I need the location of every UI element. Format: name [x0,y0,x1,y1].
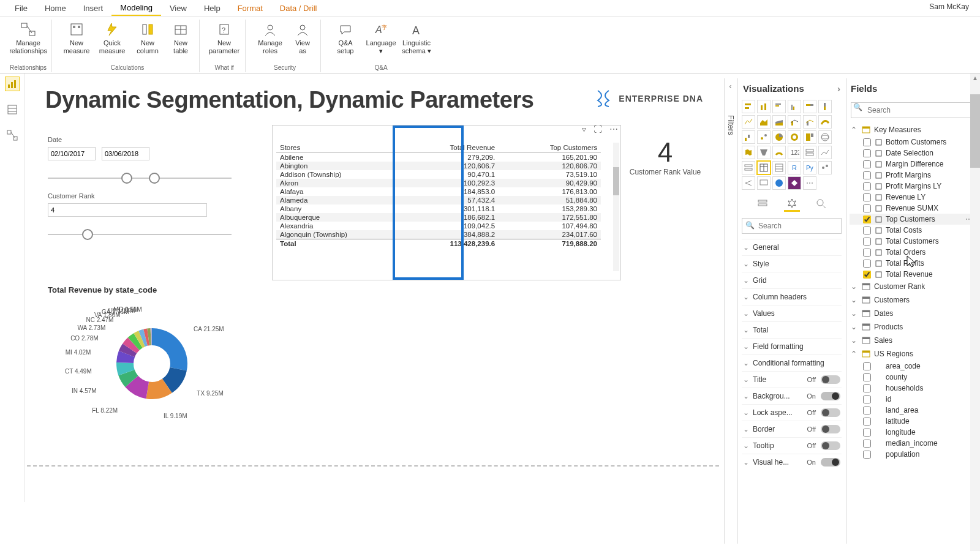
field-total-profits[interactable]: Total Profits [850,258,975,269]
viz-collapse-icon[interactable]: › [837,83,840,94]
viz-matrix[interactable] [772,161,786,174]
rank-slicer[interactable]: Customer Rank [48,192,232,245]
viz-stacked-bar[interactable] [742,100,755,113]
menu-home[interactable]: Home [36,1,75,15]
menu-help[interactable]: Help [195,1,229,15]
viz-100-bar[interactable] [803,100,816,113]
table-row[interactable]: Abilene279,209.165,201.90 [276,153,601,162]
format-style[interactable]: ⌄Style [742,255,842,272]
qa-setup-button[interactable]: Q&A setup [330,20,361,64]
viz-card[interactable]: 123 [788,146,801,159]
viz-gauge[interactable] [772,146,786,159]
menu-insert[interactable]: Insert [75,1,112,15]
table-row[interactable]: Addison (Township)90,470.173,519.10 [276,170,601,179]
format-tab-fields[interactable] [755,196,771,212]
new-table-button[interactable]: New table [167,20,194,64]
rank-slider[interactable] [48,227,232,245]
format-lock-aspect[interactable]: ⌄Lock aspe...Off [742,404,842,421]
format-column-headers[interactable]: ⌄Column headers [742,288,842,305]
rank-slider-handle[interactable] [82,229,93,240]
field-top-customers[interactable]: Top Customers⋯ [850,214,975,225]
table-products[interactable]: ⌄Products [850,320,975,334]
field-margin-difference[interactable]: Margin Difference [850,159,975,170]
background-toggle[interactable] [821,392,840,400]
manage-roles-button[interactable]: Manage roles [254,20,286,64]
field-checkbox[interactable] [863,418,871,425]
viz-filled-map[interactable] [742,146,755,159]
field-checkbox[interactable] [863,271,871,279]
format-tab-format[interactable] [784,196,800,212]
menu-data-drill[interactable]: Data / Drill [271,1,326,15]
date-slider-handle-from[interactable] [121,173,132,184]
field-county[interactable]: county [850,372,975,383]
field-date-selection[interactable]: Date Selection [850,148,975,159]
viz-funnel[interactable] [757,146,771,159]
table-row[interactable]: Algonquin (Township)384,888.2234,017.60 [276,230,601,239]
field-checkbox[interactable] [863,204,871,212]
new-measure-button[interactable]: New measure [61,20,92,64]
field-checkbox[interactable] [863,362,871,370]
viz-table[interactable] [757,161,771,174]
table-customer-rank[interactable]: ⌄Customer Rank [850,280,975,293]
new-column-button[interactable]: New column [132,20,164,64]
new-parameter-button[interactable]: ?New parameter [208,20,240,64]
table-row[interactable]: Akron100,292.390,429.90 [276,179,601,187]
format-grid[interactable]: ⌄Grid [742,272,842,288]
viz-r[interactable]: R [788,161,801,174]
field-checkbox[interactable] [863,238,871,246]
field-latitude[interactable]: latitude [850,416,975,427]
field-checkbox[interactable] [863,407,871,414]
viz-scatter[interactable] [757,130,771,144]
th-top-customers[interactable]: Top Customers [499,143,601,153]
field-id[interactable]: id [850,394,975,405]
viz-line[interactable] [742,115,755,129]
field-profit-margins[interactable]: Profit Margins [850,170,975,181]
date-to-input[interactable] [102,147,149,160]
viz-ribbon[interactable] [818,115,832,129]
field-profit-margins-ly[interactable]: Profit Margins LY [850,181,975,192]
field-checkbox[interactable] [863,227,871,234]
viz-waterfall[interactable] [742,130,755,144]
viz-arcgis[interactable] [772,176,786,190]
table-row[interactable]: Alameda57,432.451,884.80 [276,196,601,204]
format-title[interactable]: ⌄TitleOff [742,371,842,388]
viz-stacked-column[interactable] [757,100,771,113]
menu-view[interactable]: View [161,1,195,15]
border-toggle[interactable] [821,425,840,433]
viz-combo2[interactable] [803,115,816,129]
table-row[interactable]: Alexandria109,042.5107,494.80 [276,222,601,230]
field-bottom-customers[interactable]: Bottom Customers [850,137,975,148]
viz-100-column[interactable] [818,100,832,113]
field-checkbox[interactable] [863,171,871,179]
viz-clustered-column[interactable] [788,100,801,113]
filter-icon[interactable]: ▿ [582,124,586,134]
field-checkbox[interactable] [863,429,871,437]
format-background[interactable]: ⌄Backgrou...On [742,388,842,404]
model-view-button[interactable] [6,129,19,142]
title-toggle[interactable] [821,375,840,384]
table-key-measures[interactable]: ⌃Key Measures [850,123,975,137]
field-checkbox[interactable] [863,440,871,448]
viz-qna[interactable] [757,176,771,190]
format-tab-analytics[interactable] [813,196,829,212]
field-total-costs[interactable]: Total Costs [850,225,975,236]
field-checkbox[interactable] [863,182,871,190]
quick-measure-button[interactable]: Quick measure [96,20,128,64]
donut-slice-CA[interactable] [152,328,187,370]
viz-combo1[interactable] [788,115,801,129]
th-total-revenue[interactable]: Total Revenue [407,143,499,153]
table-us-regions[interactable]: ⌃US Regions [850,347,975,361]
focus-mode-icon[interactable]: ⛶ [594,124,602,134]
viz-area[interactable] [757,115,771,129]
manage-relationships-button[interactable]: Manage relationships [12,20,44,64]
format-visual-header[interactable]: ⌄Visual he...On [742,454,842,470]
viz-slicer[interactable] [742,161,755,174]
date-slider[interactable] [48,170,232,189]
field-checkbox[interactable] [863,138,871,146]
field-revenue-sumx[interactable]: Revenue SUMX [850,203,975,214]
data-view-button[interactable] [6,103,19,116]
format-general[interactable]: ⌄General [742,239,842,255]
format-field-formatting[interactable]: ⌄Field formatting [742,338,842,354]
field-checkbox[interactable] [863,395,871,403]
viz-powerapps[interactable] [788,176,801,190]
